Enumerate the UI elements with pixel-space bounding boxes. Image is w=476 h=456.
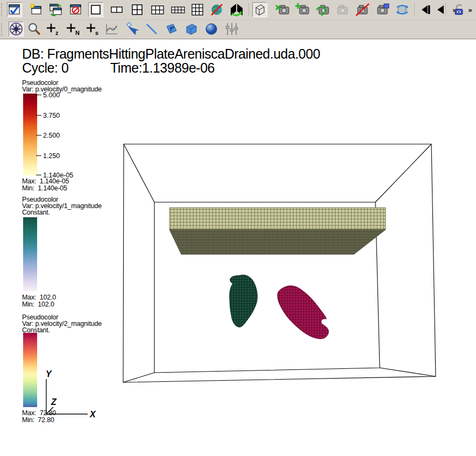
legend1-colorbar [23, 94, 37, 175]
bounding-box [123, 144, 436, 382]
legend1-max: Max: 1.140e-05 [22, 177, 69, 185]
legend1-tick: 2.500 [43, 132, 60, 139]
legend3-colorbar [23, 333, 37, 407]
legend2-constant: Constant. [22, 209, 50, 216]
axis-label-x: X [89, 410, 96, 419]
legend1-var: Var: p.velocity/0_magnitude [22, 86, 102, 93]
legend1-tickmark [36, 155, 41, 156]
legend1-min: Min: 1.140e-05 [22, 184, 67, 192]
fragment-green [230, 275, 258, 327]
legend1-tick: 3.750 [43, 112, 60, 119]
legend1-tick: 1.250 [43, 152, 60, 160]
axis-label-y: Y [46, 369, 52, 379]
legend1-tickmark [36, 135, 41, 136]
plate-particles [169, 208, 386, 254]
3d-viewport[interactable]: X Y Z [0, 0, 476, 456]
cycle-label: Cycle: 0 [22, 60, 68, 76]
time-label: Time:1.13989e-06 [110, 60, 215, 76]
legend1-tickmark [36, 115, 41, 116]
legend1-tick: 5.000 [43, 91, 60, 99]
fragment-red [278, 286, 329, 339]
legend2-min: Min: 102.0 [22, 301, 54, 308]
legend1-tickmark [36, 95, 41, 95]
legend2-max: Max: 102.0 [22, 294, 56, 301]
database-title: DB: FragmentsHittingPlateAreniscaDrained… [22, 46, 320, 62]
axis-label-z: Z [51, 397, 57, 407]
legend1-tickmark [36, 175, 41, 175]
legend3-min: Min: 72.80 [22, 416, 54, 424]
legend2-colorbar [23, 217, 37, 291]
visit-viewer-window: » z N s [0, 0, 476, 456]
legend3-max: Max: 72.80 [22, 409, 56, 417]
